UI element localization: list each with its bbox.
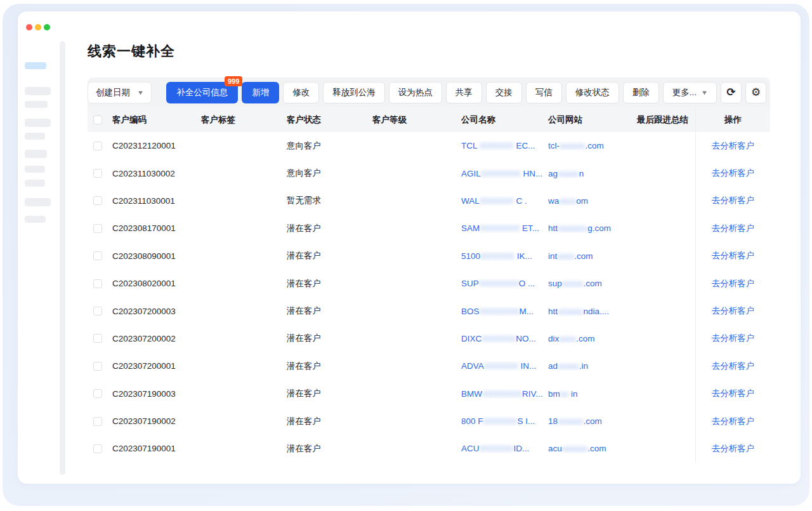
analyze-customer-link[interactable]: 去分析客户 bbox=[712, 223, 755, 233]
customer-table: 客户编码客户标签客户状态客户等级公司名称公司网站最后跟进总结操作 C202312… bbox=[88, 107, 770, 463]
analyze-customer-link[interactable]: 去分析客户 bbox=[712, 141, 755, 150]
company-website-link[interactable]: supxxxxx.com bbox=[548, 279, 637, 288]
toolbar-button[interactable]: 修改 bbox=[283, 82, 319, 103]
table-row: C202307190002潜在客户800 FXXXXXXS I...18xxxx… bbox=[88, 408, 770, 435]
company-website-link[interactable]: httxxxxxxndia.... bbox=[548, 307, 637, 316]
sidebar-item-placeholder[interactable] bbox=[25, 180, 45, 187]
row-checkbox[interactable] bbox=[93, 307, 102, 315]
add-new-button[interactable]: 新增 bbox=[242, 82, 279, 103]
analyze-customer-link[interactable]: 去分析客户 bbox=[712, 361, 755, 371]
row-checkbox[interactable] bbox=[93, 224, 102, 233]
minimize-window-icon[interactable] bbox=[35, 24, 41, 30]
sidebar-item-placeholder[interactable] bbox=[25, 101, 48, 108]
settings-button[interactable]: ⚙ bbox=[745, 82, 766, 103]
analyze-customer-link[interactable]: 去分析客户 bbox=[712, 416, 755, 426]
company-name-link[interactable]: AGILXXXXXXX HN... bbox=[461, 169, 548, 178]
customer-code: C202308020001 bbox=[112, 279, 201, 288]
row-checkbox[interactable] bbox=[93, 196, 102, 205]
sidebar-item-placeholder[interactable] bbox=[25, 198, 51, 206]
row-checkbox[interactable] bbox=[93, 362, 102, 371]
company-name-link[interactable]: 800 FXXXXXXS I... bbox=[461, 416, 548, 426]
redacted-text: XXXXXX bbox=[480, 141, 514, 150]
row-checkbox[interactable] bbox=[93, 444, 102, 453]
sidebar-item-placeholder[interactable] bbox=[25, 119, 51, 127]
company-website-link[interactable]: waxxxxom bbox=[548, 196, 637, 206]
toolbar-button[interactable]: 删除 bbox=[623, 82, 659, 103]
analyze-customer-link[interactable]: 去分析客户 bbox=[712, 444, 755, 453]
redacted-text: XXXXXX bbox=[480, 444, 514, 453]
analyze-customer-link[interactable]: 去分析客户 bbox=[712, 251, 755, 260]
company-website-link[interactable]: intxxxx.com bbox=[548, 251, 637, 261]
company-website-link[interactable]: agxxxxxn bbox=[548, 169, 637, 178]
company-website-link[interactable]: httxxxxxxxg.com bbox=[548, 223, 637, 233]
company-name-link[interactable]: 5100XXXXXX IK... bbox=[461, 251, 548, 261]
company-name-link[interactable]: SUPXXXXXXXO ... bbox=[461, 279, 548, 288]
sidebar-item-active-placeholder[interactable] bbox=[25, 62, 46, 69]
company-name-link[interactable]: SAMXXXXXXX ET... bbox=[461, 223, 548, 233]
sidebar-item-placeholder[interactable] bbox=[25, 133, 45, 140]
table-row: C202308170001潜在客户SAMXXXXXXX ET...httxxxx… bbox=[88, 215, 770, 242]
analyze-customer-link[interactable]: 去分析客户 bbox=[712, 279, 755, 288]
more-label: 更多... bbox=[672, 87, 697, 98]
redacted-text: xxxxx bbox=[558, 361, 579, 371]
customer-code: C202311030001 bbox=[112, 196, 201, 206]
select-all-checkbox[interactable] bbox=[93, 116, 102, 124]
company-name-link[interactable]: DIXCXXXXXXNO... bbox=[461, 334, 548, 343]
company-name-link[interactable]: WALXXXXXX C . bbox=[461, 196, 548, 206]
company-name-link[interactable]: BMWXXXXXXXRIV... bbox=[461, 389, 548, 399]
customer-status: 潜在客户 bbox=[287, 416, 372, 427]
row-checkbox-cell bbox=[88, 251, 112, 260]
row-checkbox[interactable] bbox=[93, 334, 102, 343]
analyze-customer-link[interactable]: 去分析客户 bbox=[712, 388, 755, 398]
toolbar-button[interactable]: 修改状态 bbox=[566, 82, 619, 103]
analyze-customer-link[interactable]: 去分析客户 bbox=[712, 333, 755, 343]
toolbar-button[interactable]: 释放到公海 bbox=[323, 82, 385, 103]
maximize-window-icon[interactable] bbox=[44, 24, 50, 30]
date-filter-dropdown[interactable]: 创建日期 ▼ bbox=[88, 82, 152, 103]
company-website-link[interactable]: dixxxxx.com bbox=[548, 334, 637, 343]
row-checkbox[interactable] bbox=[93, 389, 102, 398]
sidebar-item-placeholder[interactable] bbox=[25, 87, 51, 95]
action-cell: 去分析客户 bbox=[696, 278, 770, 289]
gear-icon: ⚙ bbox=[751, 86, 761, 99]
company-website-link[interactable]: 18xxxxxx.com bbox=[548, 416, 637, 426]
company-website-link[interactable]: acuxxxxxx.com bbox=[548, 444, 637, 453]
table-header-row: 客户编码客户标签客户状态客户等级公司名称公司网站最后跟进总结操作 bbox=[88, 107, 770, 132]
refresh-button[interactable]: ⟳ bbox=[721, 82, 742, 103]
row-checkbox[interactable] bbox=[93, 169, 102, 178]
analyze-customer-link[interactable]: 去分析客户 bbox=[712, 168, 755, 178]
company-name-link[interactable]: ACUXXXXXXID... bbox=[461, 444, 548, 453]
chevron-down-icon: ▼ bbox=[701, 90, 709, 96]
company-website-link[interactable]: adxxxxx.in bbox=[548, 361, 637, 371]
page-title: 线索一键补全 bbox=[88, 42, 770, 61]
secondary-buttons: 修改释放到公海设为热点共享交接写信修改状态删除 bbox=[283, 82, 659, 103]
sidebar-item-placeholder[interactable] bbox=[25, 150, 47, 158]
more-button[interactable]: 更多... ▼ bbox=[663, 82, 717, 103]
toolbar-button[interactable]: 写信 bbox=[526, 82, 562, 103]
row-checkbox-cell bbox=[88, 169, 112, 178]
row-checkbox[interactable] bbox=[93, 417, 102, 426]
row-checkbox[interactable] bbox=[93, 142, 102, 150]
row-checkbox[interactable] bbox=[93, 279, 102, 288]
count-badge: 999 bbox=[225, 76, 242, 86]
sidebar-item-placeholder[interactable] bbox=[25, 166, 45, 173]
refresh-icon: ⟳ bbox=[726, 86, 735, 99]
company-website-link[interactable]: tcl-xxxxxx.com bbox=[548, 141, 637, 150]
fixed-column-divider bbox=[695, 107, 696, 463]
toolbar-button[interactable]: 设为热点 bbox=[389, 82, 442, 103]
company-name-link[interactable]: ADVAXXXXXX IN... bbox=[461, 361, 548, 371]
toolbar-button[interactable]: 交接 bbox=[486, 82, 522, 103]
toolbar-button[interactable]: 共享 bbox=[446, 82, 482, 103]
sidebar-item-placeholder[interactable] bbox=[25, 216, 46, 223]
company-website-link[interactable]: bmxx in bbox=[548, 389, 637, 399]
redacted-text: xxxxx bbox=[558, 169, 579, 178]
analyze-customer-link[interactable]: 去分析客户 bbox=[712, 196, 755, 205]
company-name-link[interactable]: TCL XXXXXX EC... bbox=[461, 141, 548, 150]
close-window-icon[interactable] bbox=[26, 24, 32, 30]
row-checkbox[interactable] bbox=[93, 251, 102, 260]
company-name-link[interactable]: BOSXXXXXXXM... bbox=[461, 307, 548, 316]
analyze-customer-link[interactable]: 去分析客户 bbox=[712, 306, 755, 315]
customer-code: C202307190003 bbox=[112, 389, 201, 399]
complete-company-info-button[interactable]: 补全公司信息 999 bbox=[166, 82, 238, 103]
customer-status: 意向客户 bbox=[287, 168, 372, 179]
